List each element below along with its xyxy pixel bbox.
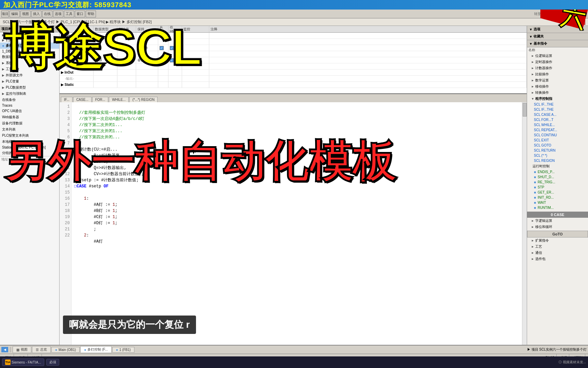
item-runtime[interactable]: ■RUNTIM... xyxy=(527,205,588,210)
sidebar-item-db2[interactable]: 1_DB [DB2] xyxy=(0,49,59,54)
sidebar-item-extern[interactable]: ▶ 外部源文件 xyxy=(0,72,59,78)
item-counter[interactable]: ►计数器操作 xyxy=(527,65,588,71)
sidebar-item-alarmtext[interactable]: PLC报警文本列表 xyxy=(0,133,59,139)
tab-if[interactable]: IF... xyxy=(61,97,72,102)
item-shut[interactable]: ■SHUT_D... xyxy=(527,174,588,180)
menu-options[interactable]: 选项 xyxy=(53,11,63,17)
taskbar-item-tia[interactable]: TIA Siemens - FA/TIA... xyxy=(2,358,44,366)
sidebar-toggle[interactable]: ◀ xyxy=(1,347,8,352)
sidebar-item-plctype[interactable]: ▶ PLC数据类型 xyxy=(0,85,59,91)
table-row[interactable]: -输出- xyxy=(60,76,527,82)
sidebar-item-fb1[interactable]: ▶ 1 [FB1] xyxy=(0,37,59,43)
item-scl-region[interactable]: SCL REGION xyxy=(527,158,588,163)
item-scl-return[interactable]: SCL RETURN xyxy=(527,148,588,153)
item-bit-logic[interactable]: ►位逻辑运算 xyxy=(527,53,588,59)
tab-case[interactable]: CASE... xyxy=(73,97,92,102)
menu-tools[interactable]: 工具 xyxy=(64,11,74,17)
sidebar-item-grouped[interactable]: 分组的设备 xyxy=(0,150,59,156)
item-scl-case[interactable]: SCL CASE A... xyxy=(527,112,588,117)
item-initrd[interactable]: ■INIT_RD... xyxy=(527,195,588,200)
table-row[interactable]: ▶ Static xyxy=(60,82,527,88)
item-comm[interactable]: ►通信 xyxy=(527,250,588,256)
table-row[interactable]: ▶ Input xyxy=(60,33,527,39)
item-geterr[interactable]: ■GET_ER... xyxy=(527,190,588,195)
item-scl-for[interactable]: SCL FOR...T xyxy=(527,117,588,122)
menu-edit[interactable]: 编辑 xyxy=(10,11,20,17)
sidebar-item-sysblock[interactable]: ▶ 系统块 xyxy=(0,60,59,66)
tab-while[interactable]: WHILE... xyxy=(109,97,129,102)
item-convert[interactable]: ►转换操作 xyxy=(527,90,588,96)
sidebar-item-main-ob1[interactable]: ▶ Main [OB1] xyxy=(0,32,59,37)
item-stp[interactable]: ■STP xyxy=(527,185,588,190)
tab-for[interactable]: FOR... xyxy=(92,97,108,102)
maximize-button[interactable]: □ xyxy=(573,19,578,25)
table-row[interactable]: D灯 Bool false 非保持 ✓ ✓ ✓ xyxy=(60,57,527,63)
menu-online[interactable]: 在线 xyxy=(42,11,52,17)
table-row[interactable]: -输出- xyxy=(60,39,527,45)
menu-view[interactable]: 视图 xyxy=(20,11,31,17)
table-row[interactable]: ▶ InOut xyxy=(60,70,527,76)
tab-comment[interactable]: (*...*) REGION xyxy=(129,97,158,102)
minimize-button[interactable]: ─ xyxy=(566,19,572,25)
item-scl-goto[interactable]: SCL GOTO xyxy=(527,143,588,148)
item-endis[interactable]: ■ENDIS_P... xyxy=(527,169,588,174)
table-row[interactable]: -输出- xyxy=(60,63,527,70)
item-string-logic[interactable]: ►字逻辑运算 xyxy=(527,218,588,224)
item-runtime-ctrl[interactable]: 运行时控制 xyxy=(527,163,588,169)
code-content[interactable]: //套用模板实现一个控制控制多盏灯 //按下第一次启动4盏灯a/b/c/d灯 /… xyxy=(71,102,527,345)
item-scl-repeat[interactable]: SCL REPEAT... xyxy=(527,127,588,133)
sidebar-item-opcua[interactable]: OPC UA通信 xyxy=(0,108,59,114)
item-scl-if2[interactable]: SCL IF...THE xyxy=(527,107,588,112)
tab-multilight-fb2[interactable]: ●多灯控制 (F... xyxy=(80,346,112,353)
menu-help[interactable]: 帮助 xyxy=(86,11,96,17)
sidebar-item-textlist[interactable]: 文本列表 xyxy=(0,126,59,133)
item-scl-if1[interactable]: SCL IF...THE xyxy=(527,102,588,107)
item-tech[interactable]: ►工艺 xyxy=(527,244,588,250)
vertical-scrollbar[interactable] xyxy=(522,102,527,345)
item-compare[interactable]: ►比较操作 xyxy=(527,71,588,77)
sidebar-item-db1[interactable]: 数据块_1 [DB1] xyxy=(0,54,59,60)
sidebar-item-monitor[interactable]: ▶ 监控与强制表 xyxy=(0,91,59,97)
item-scl-while[interactable]: SCL WHILE... xyxy=(527,122,588,127)
item-math[interactable]: ►数学运算 xyxy=(527,77,588,83)
tab-fb1[interactable]: ●1 (FB1) xyxy=(112,347,134,353)
item-scl-comment[interactable]: SCL (* *) xyxy=(527,153,588,158)
section-favorites[interactable]: ▼ 收藏夹 xyxy=(527,33,588,40)
item-expand[interactable]: ►扩展指令 xyxy=(527,237,588,244)
notification-text: 加入西门子PLC学习交流群: 585937843 xyxy=(3,0,131,10)
close-button[interactable]: ✕ xyxy=(580,19,585,25)
menu-file[interactable]: 项目 xyxy=(1,11,9,17)
item-wait[interactable]: ■WAIT xyxy=(527,200,588,205)
table-row[interactable]: -输出- xyxy=(60,51,527,57)
item-move[interactable]: ►移动操作 xyxy=(527,83,588,90)
tab-main-ob1[interactable]: ●Main (OB1) xyxy=(51,347,80,353)
item-retrig[interactable]: ■RE_TRIG... xyxy=(527,180,588,185)
item-program-ctrl[interactable]: ▼程序控制指 xyxy=(527,96,588,102)
menu-window[interactable]: 窗口 xyxy=(75,11,85,17)
menu-insert[interactable]: 插入 xyxy=(31,11,42,17)
sidebar-item-plcvar[interactable]: ▶ PLC变量 xyxy=(0,78,59,85)
sidebar-item-localmod[interactable]: 本地模块 xyxy=(0,139,59,145)
sidebar-item-traces[interactable]: Traces xyxy=(0,103,59,108)
taskbar-item-other[interactable]: 必须 xyxy=(46,359,59,366)
sidebar-item-station[interactable]: Station [SIMATIC PC station] xyxy=(0,145,59,150)
sidebar-item-proxy[interactable]: 设备代理数据 xyxy=(0,120,59,126)
right-sidebar-title[interactable]: ▼ 选项 xyxy=(527,26,588,33)
item-optional[interactable]: ►选件包 xyxy=(527,256,588,262)
online-button[interactable]: 转至离线 xyxy=(549,11,566,17)
badge-goto: GoTO xyxy=(527,231,588,237)
sidebar-item-web[interactable]: Web服务器 xyxy=(0,114,59,120)
tab-view[interactable]: ▦视图 xyxy=(13,346,31,353)
section-basic[interactable]: ▼ 基本指令 xyxy=(527,40,588,47)
item-scl-continue[interactable]: SCL CONTINU xyxy=(527,133,588,138)
item-timer[interactable]: ►定时器操作 xyxy=(527,59,588,65)
item-shift[interactable]: ►移位和循环 xyxy=(527,224,588,230)
tab-overview[interactable]: ☰总览 xyxy=(32,346,51,353)
sidebar-item-tech[interactable]: ▶ 工艺对象 xyxy=(0,66,59,72)
col-retain: 保持 xyxy=(136,26,158,32)
item-scl-exit[interactable]: SCL EXIT xyxy=(527,138,588,143)
col-hmi: 在HMI... xyxy=(168,26,182,32)
table-row[interactable]: A灯 Bool 非保持 ✓ ✓ xyxy=(60,45,527,51)
sidebar-item-fb2[interactable]: ● 多灯控制 [FB2] xyxy=(0,43,59,49)
sidebar-item-backup[interactable]: 在线备份 xyxy=(0,97,59,103)
